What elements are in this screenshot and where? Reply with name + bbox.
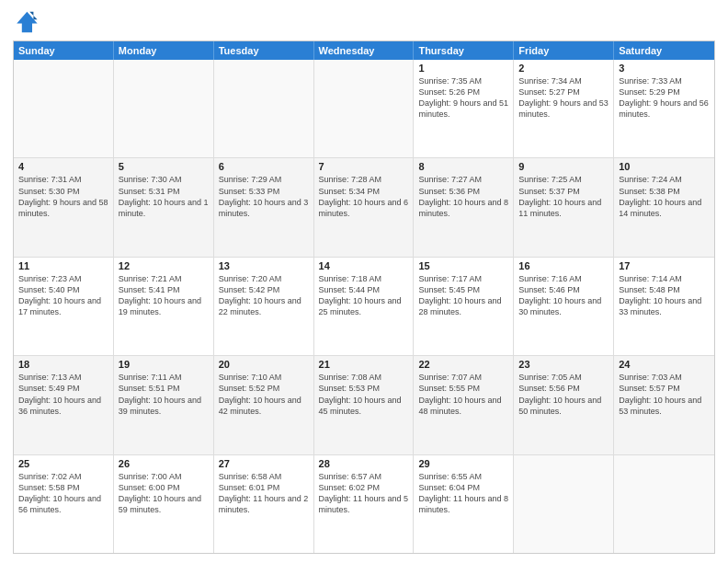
cell-day-number: 23: [518, 359, 609, 370]
cell-info: Sunrise: 6:57 AM Sunset: 6:02 PM Dayligh…: [319, 471, 409, 516]
cell-day-number: 8: [418, 161, 508, 172]
cell-day-number: 4: [18, 161, 108, 172]
cell-info: Sunrise: 7:28 AM Sunset: 5:34 PM Dayligh…: [319, 174, 409, 219]
header-day-thursday: Thursday: [414, 41, 514, 60]
cell-day-number: 29: [418, 458, 508, 469]
calendar-cell: 17Sunrise: 7:14 AM Sunset: 5:48 PM Dayli…: [614, 258, 714, 355]
calendar-cell: 16Sunrise: 7:16 AM Sunset: 5:46 PM Dayli…: [514, 258, 614, 355]
cell-day-number: 27: [219, 458, 309, 469]
calendar-cell: 3Sunrise: 7:33 AM Sunset: 5:29 PM Daylig…: [614, 60, 714, 157]
cell-day-number: 11: [18, 260, 108, 271]
cell-day-number: 6: [219, 161, 309, 172]
calendar-cell: 6Sunrise: 7:29 AM Sunset: 5:33 PM Daylig…: [214, 158, 314, 256]
calendar-cell: 13Sunrise: 7:20 AM Sunset: 5:42 PM Dayli…: [214, 258, 314, 355]
calendar-cell: 19Sunrise: 7:11 AM Sunset: 5:51 PM Dayli…: [114, 356, 214, 454]
cell-info: Sunrise: 7:30 AM Sunset: 5:31 PM Dayligh…: [119, 174, 209, 219]
calendar-cell: 4Sunrise: 7:31 AM Sunset: 5:30 PM Daylig…: [14, 158, 114, 256]
header-day-wednesday: Wednesday: [314, 41, 415, 60]
logo-icon: [13, 9, 39, 35]
cell-info: Sunrise: 7:07 AM Sunset: 5:55 PM Dayligh…: [418, 372, 508, 417]
cell-info: Sunrise: 7:29 AM Sunset: 5:33 PM Dayligh…: [219, 174, 309, 219]
cell-info: Sunrise: 7:27 AM Sunset: 5:36 PM Dayligh…: [418, 174, 508, 219]
cell-info: Sunrise: 7:18 AM Sunset: 5:44 PM Dayligh…: [319, 273, 409, 318]
cell-day-number: 20: [219, 359, 309, 370]
cell-info: Sunrise: 7:03 AM Sunset: 5:57 PM Dayligh…: [619, 372, 710, 417]
cell-day-number: 9: [518, 161, 609, 172]
cell-info: Sunrise: 7:16 AM Sunset: 5:46 PM Dayligh…: [518, 273, 609, 318]
calendar-cell: 12Sunrise: 7:21 AM Sunset: 5:41 PM Dayli…: [114, 258, 214, 355]
header-day-friday: Friday: [514, 41, 614, 60]
calendar-cell: [14, 60, 114, 157]
page: SundayMondayTuesdayWednesdayThursdayFrid…: [0, 0, 728, 563]
cell-day-number: 17: [619, 260, 710, 271]
calendar-cell: 14Sunrise: 7:18 AM Sunset: 5:44 PM Dayli…: [314, 258, 415, 355]
cell-day-number: 19: [119, 359, 209, 370]
calendar-cell: 18Sunrise: 7:13 AM Sunset: 5:49 PM Dayli…: [14, 356, 114, 454]
cell-day-number: 26: [119, 458, 209, 469]
cell-day-number: 24: [619, 359, 710, 370]
calendar-cell: 24Sunrise: 7:03 AM Sunset: 5:57 PM Dayli…: [614, 356, 714, 454]
calendar-cell: 22Sunrise: 7:07 AM Sunset: 5:55 PM Dayli…: [414, 356, 514, 454]
calendar-body: 1Sunrise: 7:35 AM Sunset: 5:26 PM Daylig…: [14, 60, 714, 553]
cell-info: Sunrise: 7:10 AM Sunset: 5:52 PM Dayligh…: [219, 372, 309, 417]
calendar-cell: 7Sunrise: 7:28 AM Sunset: 5:34 PM Daylig…: [314, 158, 415, 256]
cell-info: Sunrise: 7:23 AM Sunset: 5:40 PM Dayligh…: [18, 273, 108, 318]
calendar-cell: 25Sunrise: 7:02 AM Sunset: 5:58 PM Dayli…: [14, 455, 114, 553]
cell-day-number: 25: [18, 458, 108, 469]
calendar-cell: 5Sunrise: 7:30 AM Sunset: 5:31 PM Daylig…: [114, 158, 214, 256]
calendar-row-1: 1Sunrise: 7:35 AM Sunset: 5:26 PM Daylig…: [14, 60, 714, 158]
cell-day-number: 3: [619, 63, 710, 74]
calendar-cell: 15Sunrise: 7:17 AM Sunset: 5:45 PM Dayli…: [414, 258, 514, 355]
calendar-cell: 20Sunrise: 7:10 AM Sunset: 5:52 PM Dayli…: [214, 356, 314, 454]
cell-info: Sunrise: 7:33 AM Sunset: 5:29 PM Dayligh…: [619, 75, 710, 121]
cell-info: Sunrise: 7:02 AM Sunset: 5:58 PM Dayligh…: [18, 471, 108, 516]
cell-day-number: 28: [319, 458, 409, 469]
cell-info: Sunrise: 7:25 AM Sunset: 5:37 PM Dayligh…: [518, 174, 609, 219]
calendar-cell: 2Sunrise: 7:34 AM Sunset: 5:27 PM Daylig…: [514, 60, 614, 157]
header-day-monday: Monday: [114, 41, 214, 60]
calendar-cell: 9Sunrise: 7:25 AM Sunset: 5:37 PM Daylig…: [514, 158, 614, 256]
cell-day-number: 1: [418, 63, 508, 74]
logo: [13, 9, 42, 35]
calendar-row-2: 4Sunrise: 7:31 AM Sunset: 5:30 PM Daylig…: [14, 158, 714, 257]
cell-day-number: 13: [219, 260, 309, 271]
cell-info: Sunrise: 7:35 AM Sunset: 5:26 PM Dayligh…: [418, 75, 508, 121]
cell-day-number: 14: [319, 260, 409, 271]
cell-day-number: 5: [119, 161, 209, 172]
cell-info: Sunrise: 7:11 AM Sunset: 5:51 PM Dayligh…: [119, 372, 209, 417]
calendar-cell: 26Sunrise: 7:00 AM Sunset: 6:00 PM Dayli…: [114, 455, 214, 553]
cell-day-number: 10: [619, 161, 710, 172]
calendar-cell: [614, 455, 714, 553]
calendar-header: SundayMondayTuesdayWednesdayThursdayFrid…: [14, 41, 714, 60]
calendar-cell: 11Sunrise: 7:23 AM Sunset: 5:40 PM Dayli…: [14, 258, 114, 355]
cell-info: Sunrise: 7:34 AM Sunset: 5:27 PM Dayligh…: [518, 75, 609, 121]
cell-day-number: 2: [518, 63, 609, 74]
cell-info: Sunrise: 7:24 AM Sunset: 5:38 PM Dayligh…: [619, 174, 710, 219]
cell-info: Sunrise: 7:05 AM Sunset: 5:56 PM Dayligh…: [518, 372, 609, 417]
calendar-cell: [314, 60, 415, 157]
calendar-row-4: 18Sunrise: 7:13 AM Sunset: 5:49 PM Dayli…: [14, 356, 714, 454]
calendar-cell: 28Sunrise: 6:57 AM Sunset: 6:02 PM Dayli…: [314, 455, 415, 553]
calendar: SundayMondayTuesdayWednesdayThursdayFrid…: [13, 40, 715, 554]
cell-info: Sunrise: 7:13 AM Sunset: 5:49 PM Dayligh…: [18, 372, 108, 417]
cell-day-number: 16: [518, 260, 609, 271]
cell-info: Sunrise: 6:55 AM Sunset: 6:04 PM Dayligh…: [418, 471, 508, 516]
calendar-cell: 1Sunrise: 7:35 AM Sunset: 5:26 PM Daylig…: [414, 60, 514, 157]
cell-info: Sunrise: 7:08 AM Sunset: 5:53 PM Dayligh…: [319, 372, 409, 417]
cell-info: Sunrise: 7:31 AM Sunset: 5:30 PM Dayligh…: [18, 174, 108, 219]
calendar-cell: 27Sunrise: 6:58 AM Sunset: 6:01 PM Dayli…: [214, 455, 314, 553]
calendar-cell: 21Sunrise: 7:08 AM Sunset: 5:53 PM Dayli…: [314, 356, 415, 454]
calendar-cell: [514, 455, 614, 553]
calendar-cell: [214, 60, 314, 157]
cell-info: Sunrise: 7:20 AM Sunset: 5:42 PM Dayligh…: [219, 273, 309, 318]
header-day-tuesday: Tuesday: [214, 41, 314, 60]
cell-info: Sunrise: 6:58 AM Sunset: 6:01 PM Dayligh…: [219, 471, 309, 516]
calendar-cell: 10Sunrise: 7:24 AM Sunset: 5:38 PM Dayli…: [614, 158, 714, 256]
calendar-cell: 8Sunrise: 7:27 AM Sunset: 5:36 PM Daylig…: [414, 158, 514, 256]
calendar-cell: 29Sunrise: 6:55 AM Sunset: 6:04 PM Dayli…: [414, 455, 514, 553]
header-day-sunday: Sunday: [14, 41, 114, 60]
calendar-cell: 23Sunrise: 7:05 AM Sunset: 5:56 PM Dayli…: [514, 356, 614, 454]
cell-day-number: 7: [319, 161, 409, 172]
cell-day-number: 18: [18, 359, 108, 370]
cell-info: Sunrise: 7:00 AM Sunset: 6:00 PM Dayligh…: [119, 471, 209, 516]
